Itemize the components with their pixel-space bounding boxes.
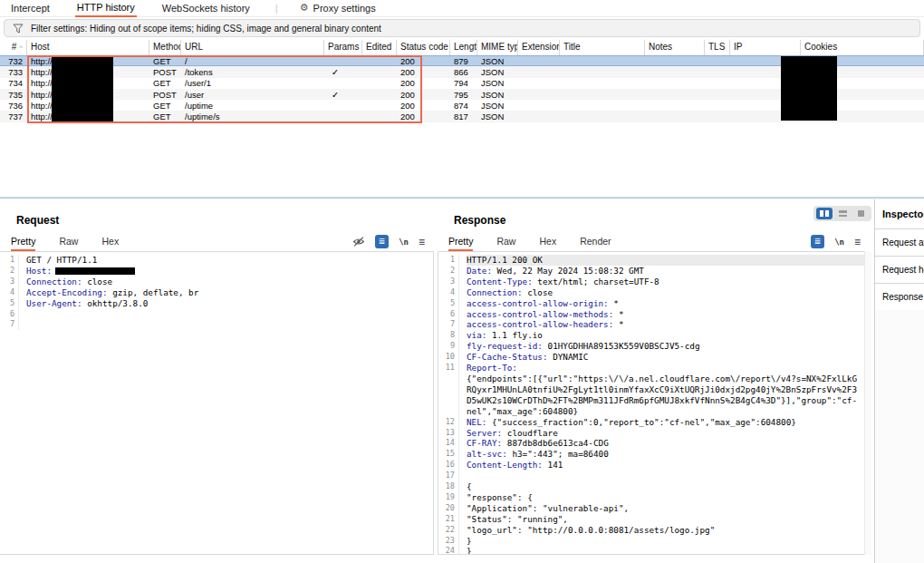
cell-params: ✓ — [324, 67, 362, 77]
column-header-mime-type[interactable]: MIME type — [477, 40, 518, 55]
tab-http-history[interactable]: HTTP history — [75, 0, 137, 17]
column-header-host[interactable]: Host — [27, 40, 149, 55]
line-content: } — [467, 536, 871, 547]
cell-num: 736 — [0, 101, 27, 111]
view-tab-raw[interactable]: Raw — [59, 236, 78, 251]
line-number: 2 — [0, 266, 19, 277]
line-number: 5 — [438, 298, 459, 309]
editor-line: 1GET / HTTP/1.1 — [0, 255, 433, 266]
editor-line: 1HTTP/1.1 200 OK — [438, 255, 871, 266]
cell-method: GET — [149, 78, 181, 88]
cell-status: 200 — [397, 56, 450, 66]
column-header-params[interactable]: Params — [324, 40, 362, 55]
syntax-highlight-icon[interactable]: ≣ — [375, 235, 389, 248]
cell-status: 200 — [397, 67, 450, 77]
view-tab-raw[interactable]: Raw — [496, 236, 515, 251]
line-content: via: 1.1 fly.io — [467, 330, 871, 341]
column-header-status-code[interactable]: Status code — [397, 40, 450, 55]
header-name: User-Agent: — [26, 298, 82, 308]
top-tab-bar: InterceptHTTP historyWebSockets history|… — [0, 0, 924, 17]
cell-num: 732 — [0, 56, 27, 66]
column-header-url[interactable]: URL — [181, 40, 324, 55]
line-number: 11 — [438, 363, 459, 417]
line-number: 18 — [438, 481, 459, 492]
editor-line: 14CF-RAY: 887db8db6e613ca4-CDG — [438, 438, 871, 449]
cell-mime: JSON — [477, 90, 518, 100]
line-number: 3 — [438, 277, 459, 287]
line-content: } — [467, 546, 871, 555]
line-content: NEL: {"success_fraction":0,"report_to":"… — [467, 417, 871, 428]
editor-line: 20"Application": "vulnerable-api", — [438, 503, 871, 514]
column-header-length[interactable]: Length — [450, 40, 477, 55]
single-layout-icon[interactable] — [852, 208, 869, 219]
cell-num: 737 — [0, 112, 27, 121]
line-number: 16 — [438, 460, 459, 471]
view-tab-render[interactable]: Render — [580, 236, 611, 251]
column-header-notes[interactable]: Notes — [645, 40, 705, 55]
tab-websockets-history[interactable]: WebSockets history — [160, 1, 252, 16]
request-view-tabs: PrettyRawHex — [11, 236, 119, 251]
syntax-highlight-icon[interactable]: ≣ — [811, 235, 824, 248]
column-header-ip[interactable]: IP — [730, 40, 801, 55]
column-header-extension[interactable]: Extension — [518, 40, 560, 55]
column-header-edited[interactable]: Edited — [362, 40, 397, 55]
line-number: 10 — [438, 352, 459, 363]
newline-visibility-icon[interactable]: \n — [399, 238, 409, 247]
view-tab-pretty[interactable]: Pretty — [448, 236, 473, 251]
editor-line: 2Host: — [0, 266, 433, 277]
line-number: 6 — [0, 309, 19, 320]
line-content: { — [467, 481, 871, 492]
filter-funnel-icon — [13, 24, 24, 34]
view-tab-hex[interactable]: Hex — [101, 236, 119, 251]
editor-menu-icon[interactable]: ≡ — [419, 236, 425, 248]
header-name: access-control-allow-headers: — [467, 319, 613, 329]
header-name: access-control-allow-methods: — [467, 309, 613, 319]
editor-line: 19"response": { — [438, 492, 871, 503]
stacked-layout-icon[interactable] — [834, 208, 851, 219]
column-header-cookies[interactable]: Cookies — [801, 40, 924, 55]
line-content: Host: — [26, 266, 433, 277]
sort-asc-icon: ^ — [19, 44, 23, 52]
editor-line: 13Server: cloudflare — [438, 428, 871, 439]
column-header-method[interactable]: Method — [149, 40, 181, 55]
line-content: Content-Type: text/html; charset=UTF-8 — [467, 277, 871, 287]
hide-eye-icon[interactable] — [352, 236, 365, 248]
line-number: 22 — [438, 525, 459, 536]
line-content: alt-svc: h3=":443"; ma=86400 — [467, 449, 871, 460]
host-value-redaction — [55, 267, 135, 275]
line-content — [26, 319, 433, 330]
layout-toggle-group — [813, 206, 871, 221]
filter-bar[interactable]: Filter settings: Hiding out of scope ite… — [4, 19, 920, 37]
editor-line: 4Connection: close — [438, 287, 871, 298]
column-header--[interactable]: #^ — [0, 40, 27, 55]
view-tab-hex[interactable]: Hex — [539, 236, 556, 251]
line-number: 6 — [438, 309, 459, 320]
cell-status: 200 — [397, 101, 450, 111]
inspector-title: Inspector — [875, 199, 924, 229]
tab-intercept[interactable]: Intercept — [9, 1, 52, 16]
columns-layout-icon[interactable] — [816, 208, 833, 219]
inspector-section-request-he[interactable]: Request he — [875, 257, 924, 284]
cell-url: /uptime — [181, 101, 324, 111]
cell-mime: JSON — [477, 112, 518, 121]
column-header-tls[interactable]: TLS — [705, 40, 730, 55]
response-editor[interactable]: 1HTTP/1.1 200 OK2Date: Wed, 22 May 2024 … — [438, 251, 871, 555]
header-name: via: — [467, 330, 486, 340]
request-editor[interactable]: 1GET / HTTP/1.12Host:3Connection: close4… — [0, 251, 434, 555]
line-number: 15 — [438, 449, 459, 460]
editor-menu-icon[interactable]: ≡ — [854, 236, 861, 248]
header-name: Server: — [467, 428, 502, 438]
line-content: CF-Cache-Status: DYNAMIC — [467, 352, 871, 363]
line-number: 1 — [438, 255, 459, 266]
tab-proxy-settings[interactable]: ⚙Proxy settings — [298, 1, 378, 16]
view-tab-pretty[interactable]: Pretty — [11, 236, 35, 251]
cell-length: 879 — [450, 56, 477, 66]
editor-line: 12NEL: {"success_fraction":0,"report_to"… — [438, 417, 871, 428]
column-header-title[interactable]: Title — [560, 40, 645, 55]
response-scrollbar[interactable] — [864, 251, 871, 555]
response-panel-title: Response — [454, 214, 505, 227]
newline-visibility-icon[interactable]: \n — [834, 238, 844, 247]
header-name: Connection: — [467, 287, 523, 297]
inspector-section-response-h[interactable]: Response h — [875, 284, 924, 311]
inspector-section-request-att[interactable]: Request att — [875, 229, 924, 257]
